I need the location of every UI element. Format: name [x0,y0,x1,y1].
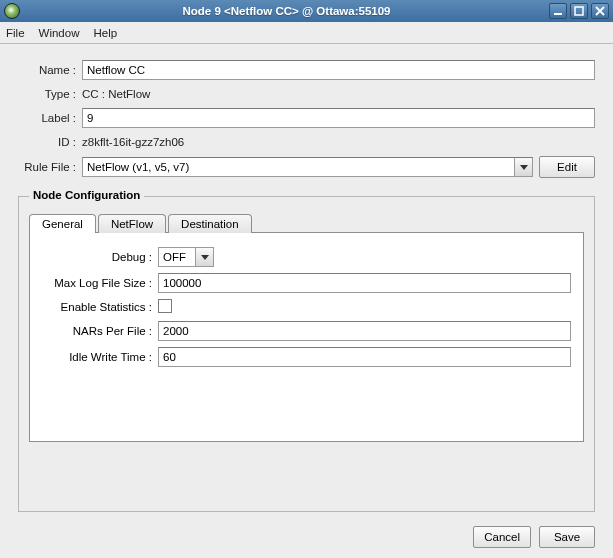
name-input[interactable] [82,60,595,80]
window-controls [549,3,609,19]
window-title: Node 9 <Netflow CC> @ Ottawa:55109 [24,5,549,17]
cancel-button[interactable]: Cancel [473,526,531,548]
top-form: Name : Type : CC : NetFlow Label : ID : … [18,60,595,178]
name-label: Name : [18,64,76,76]
rulefile-value: NetFlow (v1, v5, v7) [83,158,514,176]
edit-button[interactable]: Edit [539,156,595,178]
menu-window[interactable]: Window [39,27,80,39]
tab-netflow[interactable]: NetFlow [98,214,166,233]
debug-label: Debug : [42,251,152,263]
svg-rect-1 [575,7,583,15]
label-label: Label : [18,112,76,124]
idle-label: Idle Write Time : [42,351,152,363]
type-value: CC : NetFlow [82,86,595,102]
maxlog-input[interactable] [158,273,571,293]
nars-label: NARs Per File : [42,325,152,337]
type-label: Type : [18,88,76,100]
id-value: z8kflt-16it-gzz7zh06 [82,134,595,150]
menu-help[interactable]: Help [93,27,117,39]
main-panel: Name : Type : CC : NetFlow Label : ID : … [0,44,613,558]
tab-panel-general: Debug : OFF Max Log File Size : Enable S… [29,232,584,442]
tab-bar: General NetFlow Destination [29,213,584,232]
maximize-button[interactable] [570,3,588,19]
minimize-button[interactable] [549,3,567,19]
rulefile-label: Rule File : [18,161,76,173]
tab-general[interactable]: General [29,214,96,233]
footer-buttons: Cancel Save [18,526,595,548]
menu-file[interactable]: File [6,27,25,39]
stats-label: Enable Statistics : [42,301,152,313]
menubar: File Window Help [0,22,613,44]
debug-select[interactable]: OFF [158,247,214,267]
nars-input[interactable] [158,321,571,341]
chevron-down-icon [195,248,213,266]
maxlog-label: Max Log File Size : [42,277,152,289]
tab-destination[interactable]: Destination [168,214,252,233]
label-input[interactable] [82,108,595,128]
rulefile-select[interactable]: NetFlow (v1, v5, v7) [82,157,533,177]
close-button[interactable] [591,3,609,19]
save-button[interactable]: Save [539,526,595,548]
stats-checkbox[interactable] [158,299,172,313]
node-config-fieldset: Node Configuration General NetFlow Desti… [18,196,595,512]
id-label: ID : [18,136,76,148]
debug-value: OFF [159,248,195,266]
titlebar: Node 9 <Netflow CC> @ Ottawa:55109 [0,0,613,22]
chevron-down-icon [514,158,532,176]
idle-input[interactable] [158,347,571,367]
fieldset-legend: Node Configuration [29,189,144,201]
app-icon [4,3,20,19]
